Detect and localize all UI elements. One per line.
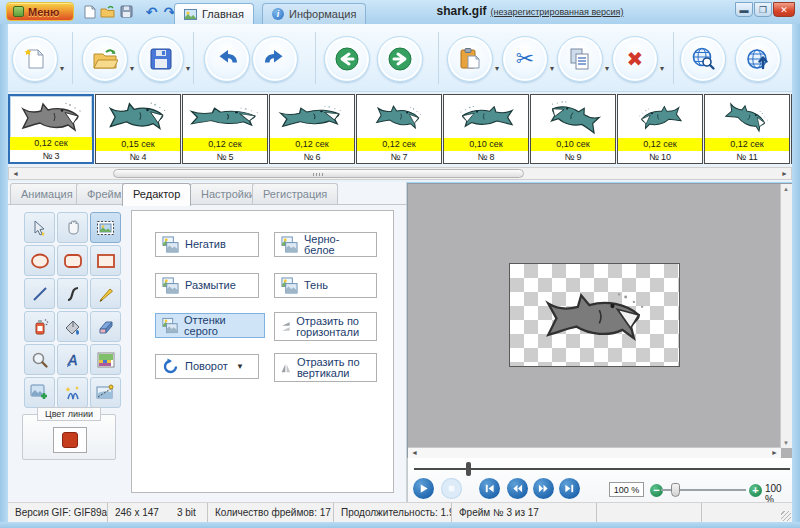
line-tool[interactable]	[24, 278, 55, 309]
grayscale-button[interactable]: Оттенки серого	[155, 313, 265, 338]
frame-thumbnail[interactable]: 0,12 сек № 11	[704, 94, 790, 164]
save-dropdown-icon[interactable]: ▾	[186, 64, 190, 73]
frame-delay: 0,12 сек	[357, 138, 441, 151]
quick-undo-icon[interactable]: ↶	[144, 4, 159, 19]
pattern-tool[interactable]	[90, 344, 121, 375]
rotate-dropdown-icon[interactable]: ▼	[236, 362, 244, 371]
preview-in-browser-button[interactable]	[680, 36, 726, 82]
export-to-web-button[interactable]	[735, 36, 781, 82]
frame-thumbnail[interactable]: 0,12 сек № 3	[8, 94, 94, 164]
frame-thumbnail[interactable]: 0,12 сек № 10	[617, 94, 703, 164]
new-document-button[interactable]	[12, 36, 58, 82]
tab-registration[interactable]: Регистрация	[252, 183, 338, 204]
scroll-right-icon[interactable]: ►	[781, 170, 788, 177]
pencil-tool[interactable]	[90, 278, 121, 309]
status-current-frame: Фрейм № 3 из 17	[452, 503, 597, 522]
first-frame-button[interactable]	[479, 478, 500, 499]
cut-dropdown-icon[interactable]: ▾	[550, 64, 554, 73]
flip-vertical-button[interactable]: Отразить по вертикали	[274, 353, 377, 382]
window-border	[792, 24, 800, 522]
frames-scrollbar[interactable]: ◄ ►	[8, 167, 792, 180]
minimize-button[interactable]: ▬	[735, 2, 753, 17]
last-frame-button[interactable]	[559, 478, 580, 499]
select-tool[interactable]	[24, 212, 55, 243]
quick-open-icon[interactable]	[100, 4, 115, 19]
paste-dropdown-icon[interactable]: ▾	[495, 64, 499, 73]
cut-button[interactable]: ✂	[502, 36, 548, 82]
rotate-button[interactable]: Поворот ▼	[155, 354, 259, 379]
frame-thumbnail[interactable]: 0,10 сек № 8	[443, 94, 529, 164]
black-white-button[interactable]: Черно-белое	[274, 232, 377, 257]
tab-editor[interactable]: Редактор	[122, 183, 191, 206]
blur-button[interactable]: Размытие	[155, 273, 259, 298]
close-button[interactable]: ✕	[773, 2, 795, 17]
tab-main[interactable]: Главная	[174, 3, 254, 24]
resize-grip-icon[interactable]	[781, 511, 791, 521]
new-dropdown-icon[interactable]: ▾	[60, 64, 64, 73]
next-frame-play-button[interactable]	[533, 478, 554, 499]
rectangle-tool[interactable]	[90, 245, 121, 276]
timeline-track[interactable]	[414, 468, 790, 470]
scroll-right-icon[interactable]: ►	[771, 449, 778, 456]
menu-button-label: Меню	[28, 6, 59, 18]
flip-horizontal-button[interactable]: Отразить по горизонтали	[274, 312, 377, 341]
paste-button[interactable]	[447, 36, 493, 82]
spray-tool[interactable]	[24, 311, 55, 342]
zoom-tool[interactable]	[24, 344, 55, 375]
preview-vertical-scrollbar[interactable]: ▲ ▼	[780, 184, 792, 448]
quick-new-icon[interactable]	[82, 4, 97, 19]
line-color-button[interactable]	[53, 427, 87, 453]
scroll-up-icon[interactable]: ▲	[783, 186, 789, 192]
canvas[interactable]	[509, 263, 680, 367]
menu-button[interactable]: Меню	[6, 2, 74, 21]
save-file-button[interactable]	[138, 36, 184, 82]
preview-horizontal-scrollbar[interactable]: ◄ ►	[408, 447, 781, 458]
shadow-button[interactable]: Тень	[274, 273, 377, 298]
scroll-left-icon[interactable]: ◄	[411, 449, 418, 456]
previous-frame-play-button[interactable]	[507, 478, 528, 499]
scroll-down-icon[interactable]: ▼	[783, 440, 789, 446]
zoom-slider-thumb[interactable]	[671, 483, 680, 497]
next-frame-button[interactable]	[377, 36, 423, 82]
tab-animation[interactable]: Анимация	[10, 183, 84, 204]
text-tool[interactable]: A	[57, 344, 88, 375]
previous-frame-button[interactable]	[324, 36, 370, 82]
zoom-value-box[interactable]: 100 %	[609, 482, 644, 497]
play-button[interactable]	[413, 478, 434, 499]
frame-thumbnail[interactable]: 0,15 сек № 4	[95, 94, 181, 164]
zoom-slider-track[interactable]	[661, 489, 746, 491]
crop-tool[interactable]	[90, 377, 121, 408]
fill-tool[interactable]	[57, 311, 88, 342]
frame-thumbnail[interactable]: 0,12 сек № 7	[356, 94, 442, 164]
save-file-icon	[150, 48, 172, 70]
delete-dropdown-icon[interactable]: ▾	[660, 64, 664, 73]
frame-thumbnail[interactable]: 0,12 сек № 6	[269, 94, 355, 164]
timeline-thumb[interactable]	[466, 462, 471, 476]
maximize-button[interactable]: ❐	[754, 2, 772, 17]
negative-button[interactable]: Негатив	[155, 232, 259, 257]
open-dropdown-icon[interactable]: ▾	[130, 64, 134, 73]
insert-image-tool[interactable]	[24, 377, 55, 408]
effects-tool[interactable]	[57, 377, 88, 408]
open-file-button[interactable]	[82, 36, 128, 82]
curve-tool[interactable]	[57, 278, 88, 309]
eraser-tool[interactable]	[90, 311, 121, 342]
rounded-rectangle-tool[interactable]	[57, 245, 88, 276]
select-region-tool[interactable]	[90, 212, 121, 243]
copy-button[interactable]	[557, 36, 603, 82]
frames-scrollbar-thumb[interactable]	[113, 169, 524, 178]
stop-button[interactable]	[441, 478, 462, 499]
scroll-left-icon[interactable]: ◄	[12, 170, 19, 177]
delete-button[interactable]: ✖	[612, 36, 658, 82]
tab-info[interactable]: i Информация	[262, 3, 366, 24]
ellipse-tool[interactable]	[24, 245, 55, 276]
copy-dropdown-icon[interactable]: ▾	[605, 64, 609, 73]
line-color-group: Цвет линии	[22, 414, 116, 460]
redo-button[interactable]	[252, 36, 298, 82]
frame-thumbnail[interactable]: 0,10 сек № 9	[530, 94, 616, 164]
pan-tool[interactable]	[57, 212, 88, 243]
quick-save-icon[interactable]	[119, 4, 134, 19]
frame-thumbnail[interactable]: 0,12 сек № 5	[182, 94, 268, 164]
undo-button[interactable]	[204, 36, 250, 82]
zoom-in-button[interactable]: +	[749, 484, 762, 497]
